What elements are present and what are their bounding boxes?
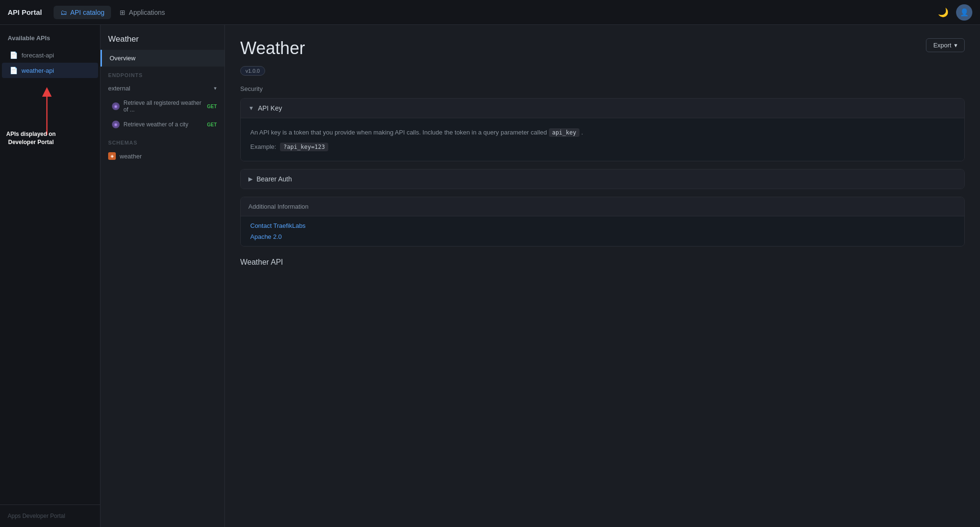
annotation-arrow-svg: [4, 82, 66, 149]
sidebar-item-forecast-api[interactable]: 📄 forecast-api: [2, 47, 98, 63]
tab-applications[interactable]: ⊞ Applications: [113, 6, 172, 19]
schema-weather-label: weather: [120, 153, 142, 160]
moon-icon: 🌙: [938, 7, 948, 18]
logo: API Portal: [8, 8, 42, 16]
bearer-auth-card: ▶ Bearer Auth: [240, 169, 965, 189]
bearer-expand-arrow: ▶: [248, 176, 253, 182]
api-key-param-code: api_key: [549, 128, 580, 137]
api-key-desc-part1: An API key is a token that you provide w…: [250, 129, 547, 136]
additional-info-body: Contact TraefikLabs Apache 2.0: [241, 216, 964, 246]
topnav-tabs: 🗂 API catalog ⊞ Applications: [54, 6, 172, 19]
sidebar-bottom: Apps Developer Portal: [0, 505, 100, 527]
annotation-text: APIs displayed onDeveloper Portal: [6, 130, 56, 146]
theme-toggle-button[interactable]: 🌙: [938, 7, 948, 18]
file-icon-weather: 📄: [10, 67, 18, 74]
avatar-initials: 👤: [960, 8, 969, 17]
external-group-label: external: [108, 85, 130, 92]
additional-info-header: Additional Information: [241, 197, 964, 216]
layers-icon: 🗂: [60, 9, 67, 16]
weather-api-label: weather-api: [22, 67, 54, 74]
chevron-down-icon: ▾: [214, 85, 217, 91]
api-key-description: An API key is a token that you provide w…: [250, 128, 955, 138]
security-section-label: Security: [240, 85, 965, 92]
tab-api-catalog-label: API catalog: [70, 9, 105, 16]
export-label: Export: [933, 42, 951, 49]
mid-sidebar: Weather Overview ENDPOINTS external ▾ ◉ …: [100, 25, 225, 527]
endpoints-section-label: ENDPOINTS: [100, 67, 224, 81]
export-button[interactable]: Export ▾: [926, 38, 965, 52]
endpoint-group-external-header[interactable]: external ▾: [100, 81, 224, 96]
bearer-auth-card-header[interactable]: ▶ Bearer Auth: [241, 169, 964, 189]
schemas-section-label: SCHEMAS: [100, 134, 224, 148]
api-key-example-row: Example: ?api_key=123: [250, 143, 955, 151]
endpoint-retrieve-city[interactable]: ◉ Retrieve weather of a city GET: [100, 117, 224, 132]
api-key-card-body: An API key is a token that you provide w…: [241, 118, 964, 161]
schema-item-weather[interactable]: ◈ weather: [100, 148, 224, 164]
mid-sidebar-title: Weather: [100, 25, 224, 50]
sidebar-item-weather-api[interactable]: 📄 weather-api: [2, 63, 98, 78]
topnav-right: 🌙 👤: [938, 4, 972, 21]
nav-item-overview[interactable]: Overview: [100, 50, 224, 67]
bearer-auth-label: Bearer Auth: [256, 175, 292, 183]
endpoint-retrieve-city-label: Retrieve weather of a city: [123, 121, 188, 128]
apache-license-link[interactable]: Apache 2.0: [250, 233, 955, 240]
page-title: Weather: [240, 38, 305, 58]
apps-developer-portal-label: Apps Developer Portal: [8, 513, 65, 519]
additional-info-card: Additional Information Contact TraefikLa…: [240, 197, 965, 247]
main-content: Weather Export ▾ v1.0.0 Security ▼ API K…: [225, 25, 980, 527]
available-apis-title: Available APIs: [0, 25, 100, 47]
api-key-card: ▼ API Key An API key is a token that you…: [240, 98, 965, 161]
tab-applications-label: Applications: [129, 9, 165, 16]
api-key-label: API Key: [258, 104, 282, 112]
left-sidebar: Available APIs 📄 forecast-api 📄 weather-…: [0, 25, 100, 527]
api-key-example-code: ?api_key=123: [280, 143, 328, 151]
api-key-desc-part2: .: [581, 129, 583, 136]
file-icon-forecast: 📄: [10, 51, 18, 59]
avatar[interactable]: 👤: [956, 4, 972, 21]
retrieve-all-method-badge: GET: [207, 104, 217, 109]
tab-api-catalog[interactable]: 🗂 API catalog: [54, 6, 111, 19]
endpoint-group-external: external ▾ ◉ Retrieve all registered wea…: [100, 81, 224, 132]
endpoint-retrieve-all[interactable]: ◉ Retrieve all registered weather of ...…: [100, 96, 224, 117]
endpoint-icon-retrieve-city: ◉: [112, 121, 120, 128]
schema-icon-weather: ◈: [108, 152, 116, 160]
api-key-card-header[interactable]: ▼ API Key: [241, 99, 964, 118]
version-badge: v1.0.0: [240, 66, 265, 76]
layout: Available APIs 📄 forecast-api 📄 weather-…: [0, 25, 980, 527]
api-key-collapse-arrow: ▼: [248, 105, 254, 112]
endpoint-retrieve-all-label: Retrieve all registered weather of ...: [123, 100, 203, 113]
contact-traefiklabs-link[interactable]: Contact TraefikLabs: [250, 222, 955, 229]
retrieve-city-method-badge: GET: [207, 122, 217, 127]
endpoint-icon-retrieve-all: ◉: [112, 102, 120, 110]
grid-icon: ⊞: [120, 9, 125, 16]
forecast-api-label: forecast-api: [22, 52, 54, 59]
topnav: API Portal 🗂 API catalog ⊞ Applications …: [0, 0, 980, 25]
chevron-down-icon-export: ▾: [954, 42, 958, 49]
main-header: Weather Export ▾: [240, 38, 965, 58]
example-label: Example:: [250, 143, 276, 150]
weather-api-section-label: Weather API: [240, 258, 965, 267]
